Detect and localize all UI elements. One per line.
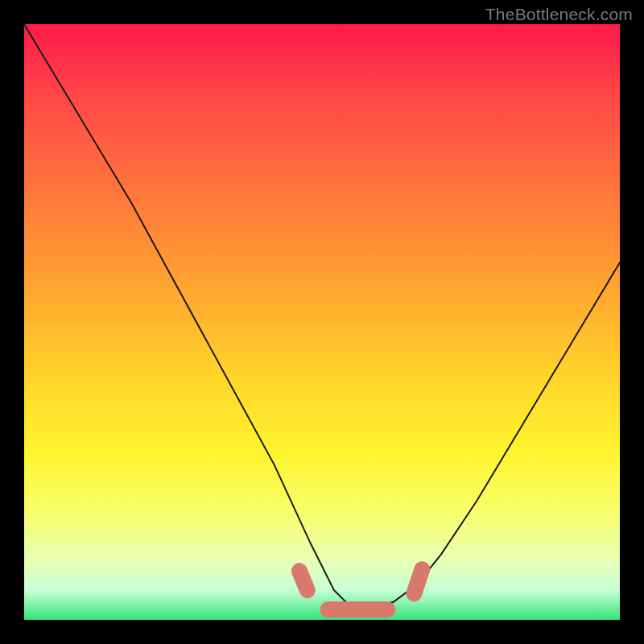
watermark-text: TheBottleneck.com bbox=[485, 5, 633, 24]
highlight-marker-right bbox=[414, 569, 422, 593]
highlight-marker-left bbox=[299, 571, 308, 590]
chart-frame: TheBottleneck.com bbox=[0, 0, 644, 644]
curve-layer bbox=[24, 24, 620, 620]
bottleneck-curve bbox=[24, 24, 620, 608]
plot-area bbox=[24, 24, 620, 620]
